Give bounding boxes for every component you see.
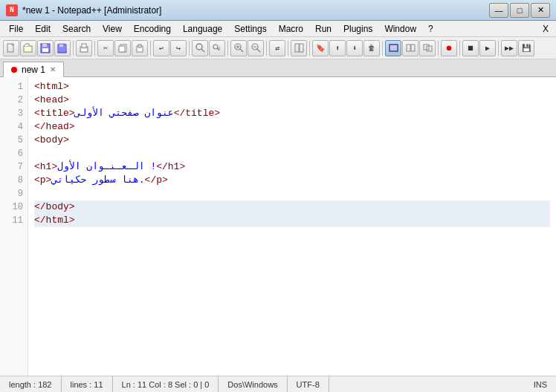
line-num-5: 5 <box>0 134 28 147</box>
tab-bar: new 1 ✕ <box>0 59 556 77</box>
prev-bookmark-button[interactable]: ⬆ <box>329 40 346 56</box>
view-1-button[interactable] <box>385 40 401 56</box>
menu-run[interactable]: Run <box>309 21 337 36</box>
toolbar-separator-10 <box>438 41 439 56</box>
redo-button[interactable]: ↪ <box>170 40 187 56</box>
toolbar-separator-9 <box>382 41 383 56</box>
svg-rect-9 <box>82 44 86 48</box>
svg-rect-14 <box>138 45 141 48</box>
svg-rect-29 <box>389 45 398 51</box>
toolbar-separator-8 <box>309 41 310 56</box>
clear-all-bookmarks-button[interactable]: 🗑 <box>363 40 380 56</box>
line-num-7: 7 <box>0 160 28 174</box>
svg-rect-3 <box>42 44 47 47</box>
line-num-4: 4 <box>0 120 28 134</box>
status-insert-mode: INS <box>525 376 556 392</box>
line-num-10: 10 <box>0 200 28 214</box>
minimize-button[interactable]: — <box>489 3 508 18</box>
status-lines: lines : 11 <box>62 376 113 392</box>
line-num-1: 1 <box>0 80 28 94</box>
menu-view[interactable]: View <box>97 21 128 36</box>
code-line-11: </html> <box>34 214 550 227</box>
title-bar: N *new 1 - Notepad++ [Administrator] — □… <box>0 0 556 21</box>
code-line-6 <box>34 147 550 160</box>
record-macro-button[interactable]: ⏺ <box>441 40 457 56</box>
close-x-button[interactable]: X <box>538 21 553 36</box>
cut-button[interactable]: ✂ <box>97 40 114 56</box>
undo-button[interactable]: ↩ <box>153 40 169 56</box>
menu-settings[interactable]: Settings <box>228 21 272 36</box>
svg-line-25 <box>257 49 260 52</box>
line-num-9: 9 <box>0 187 28 200</box>
svg-text:R: R <box>218 46 221 51</box>
save-button[interactable] <box>37 40 54 56</box>
code-line-10: </body> <box>34 200 550 214</box>
menu-help[interactable]: ? <box>422 21 439 36</box>
svg-rect-1 <box>24 46 32 52</box>
sync-scroll-button[interactable]: ⇄ <box>269 40 285 56</box>
find-replace-button[interactable]: R <box>209 40 225 56</box>
bookmark-toggle-button[interactable]: 🔖 <box>312 40 329 56</box>
paste-button[interactable] <box>132 40 148 56</box>
line-num-3: 3 <box>0 107 28 120</box>
menu-bar: File Edit Search View Encoding Language … <box>0 21 556 37</box>
svg-rect-12 <box>119 46 125 52</box>
menu-language[interactable]: Language <box>177 21 228 36</box>
code-line-1: <html> <box>34 80 550 94</box>
run-macro-button[interactable]: ▶▶ <box>501 40 517 56</box>
toolbar-separator-12 <box>498 41 499 56</box>
toolbar-separator-7 <box>288 41 288 56</box>
toolbar: ✂ ↩ ↪ R ⇄ 🔖 ⬆ ⬇ 🗑 ⏺ ⏹ ▶ ▶▶ <box>0 37 556 59</box>
status-line-ending: Dos\Windows <box>219 376 287 392</box>
menu-edit[interactable]: Edit <box>29 21 56 36</box>
status-bar: length : 182 lines : 11 Ln : 11 Col : 8 … <box>0 376 556 392</box>
copy-button[interactable] <box>114 40 131 56</box>
menu-search[interactable]: Search <box>56 21 97 36</box>
toolbar-separator-5 <box>227 41 228 56</box>
menu-plugins[interactable]: Plugins <box>337 21 378 36</box>
save-all-button[interactable] <box>54 40 71 56</box>
toolbar-separator-2 <box>94 41 95 56</box>
print-button[interactable] <box>76 40 92 56</box>
line-num-6: 6 <box>0 147 28 160</box>
menu-encoding[interactable]: Encoding <box>128 21 177 36</box>
line-num-8: 8 <box>0 174 28 187</box>
svg-rect-27 <box>295 44 299 52</box>
code-line-2: <head> <box>34 94 550 107</box>
tab-label: new 1 <box>22 65 45 75</box>
line-num-2: 2 <box>0 94 28 107</box>
menu-file[interactable]: File <box>3 21 29 36</box>
save-macro-button[interactable]: 💾 <box>518 40 534 56</box>
toolbar-separator-4 <box>189 41 190 56</box>
toolbar-separator-6 <box>266 41 267 56</box>
maximize-button[interactable]: □ <box>510 3 529 18</box>
doc-map-button[interactable] <box>291 40 307 56</box>
close-button[interactable]: ✕ <box>531 3 550 18</box>
status-position: Ln : 11 Col : 8 Sel : 0 | 0 <box>113 376 219 392</box>
zoom-out-button[interactable] <box>248 40 264 56</box>
tab-close-button[interactable]: ✕ <box>50 65 56 74</box>
window-title: *new 1 - Notepad++ [Administrator] <box>22 5 161 16</box>
stop-record-button[interactable]: ⏹ <box>462 40 479 56</box>
zoom-in-button[interactable] <box>230 40 247 56</box>
tab-new1[interactable]: new 1 ✕ <box>3 62 64 77</box>
svg-rect-10 <box>81 49 87 51</box>
open-file-button[interactable] <box>20 40 36 56</box>
menu-macro[interactable]: Macro <box>273 21 309 36</box>
view-2-button[interactable] <box>402 40 418 56</box>
code-line-9 <box>34 187 550 200</box>
code-editor[interactable]: <html> <head> <title>عنوان صفحتي الأولى<… <box>28 77 556 376</box>
svg-point-15 <box>196 44 202 50</box>
menu-window[interactable]: Window <box>378 21 422 36</box>
new-file-button[interactable] <box>3 40 19 56</box>
next-bookmark-button[interactable]: ⬇ <box>346 40 363 56</box>
status-encoding: UTF-8 <box>288 376 329 392</box>
find-button[interactable] <box>192 40 208 56</box>
svg-rect-30 <box>407 45 410 51</box>
code-line-3: <title>عنوان صفحتي الأولى</title> <box>34 107 550 120</box>
toolbar-separator-11 <box>459 41 460 56</box>
playback-button[interactable]: ▶ <box>479 40 496 56</box>
view-clone-button[interactable] <box>419 40 436 56</box>
status-length: length : 182 <box>0 376 62 392</box>
code-line-4: </head> <box>34 120 550 134</box>
